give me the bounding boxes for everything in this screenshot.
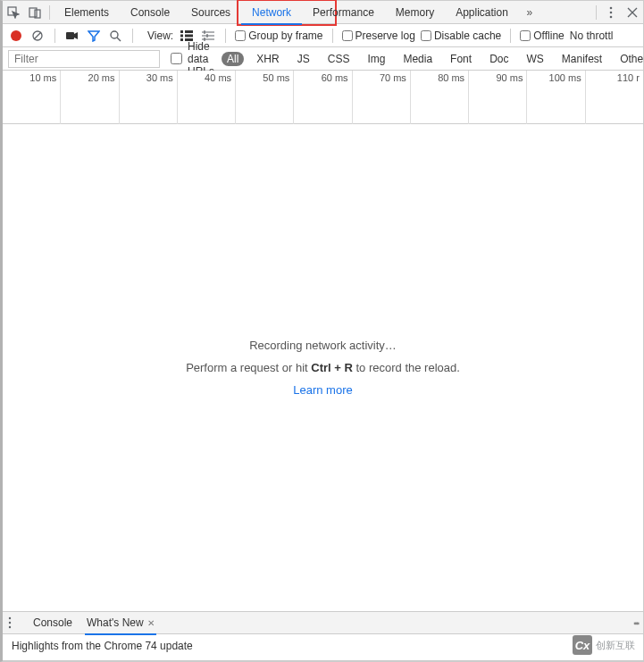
device-toggle-icon[interactable]	[24, 2, 46, 23]
reload-hint: Perform a request or hit Ctrl + R to rec…	[186, 361, 460, 374]
divider	[132, 29, 133, 43]
svg-point-3	[610, 6, 613, 9]
timeline-tick: 70 ms	[353, 71, 411, 124]
timeline-tick: 60 ms	[294, 71, 352, 124]
group-by-frame-checkbox[interactable]: Group by frame	[235, 29, 322, 42]
network-timeline[interactable]: 10 ms 20 ms 30 ms 40 ms 50 ms 60 ms 70 m…	[3, 71, 643, 124]
offline-checkbox[interactable]: Offline	[520, 29, 564, 42]
tabs-overflow-icon[interactable]: »	[519, 2, 540, 23]
divider	[49, 5, 50, 20]
timeline-tick: 30 ms	[120, 71, 178, 124]
search-icon[interactable]	[107, 28, 123, 44]
filter-input[interactable]	[8, 50, 160, 68]
tab-memory[interactable]: Memory	[385, 1, 445, 24]
drawer-menu-icon[interactable]	[8, 616, 21, 629]
tab-application[interactable]: Application	[445, 1, 519, 24]
recording-status-text: Recording network activity…	[249, 339, 397, 352]
close-devtools-icon[interactable]	[622, 2, 643, 23]
throttling-dropdown[interactable]: No throttl	[570, 29, 614, 42]
timeline-tick: 40 ms	[178, 71, 236, 124]
tab-console[interactable]: Console	[120, 1, 180, 24]
svg-point-5	[610, 15, 613, 18]
filter-type-font[interactable]: Font	[445, 52, 477, 66]
filter-type-media[interactable]: Media	[397, 52, 438, 66]
drawer-content: Highlights from the Chrome 74 update	[3, 634, 643, 661]
tab-elements[interactable]: Elements	[54, 1, 120, 24]
network-toolbar: View: Group by frame Preserve log Disabl…	[3, 24, 643, 47]
disable-cache-checkbox[interactable]: Disable cache	[421, 29, 501, 42]
svg-point-4	[610, 11, 613, 13]
learn-more-link[interactable]: Learn more	[293, 383, 352, 397]
divider	[510, 29, 511, 43]
filter-type-doc[interactable]: Doc	[484, 52, 514, 66]
timeline-tick: 50 ms	[236, 71, 294, 124]
filter-type-ws[interactable]: WS	[521, 52, 548, 66]
inspect-element-icon[interactable]	[3, 2, 24, 23]
divider	[54, 29, 55, 43]
filter-type-all[interactable]: All	[222, 52, 244, 66]
drawer-tab-label: What's New	[87, 616, 144, 629]
svg-rect-11	[180, 34, 183, 37]
tab-network[interactable]: Network	[241, 1, 302, 24]
svg-point-15	[9, 617, 11, 619]
timeline-tick: 110 r	[586, 71, 643, 124]
filter-type-manifest[interactable]: Manifest	[556, 52, 607, 66]
filter-type-js[interactable]: JS	[292, 52, 315, 66]
timeline-tick: 20 ms	[61, 71, 119, 124]
timeline-tick: 80 ms	[411, 71, 469, 124]
timeline-tick: 100 ms	[527, 71, 585, 124]
hint-text: Perform a request or hit	[186, 361, 311, 374]
hint-shortcut: Ctrl + R	[311, 361, 353, 374]
filter-icon[interactable]	[86, 28, 102, 44]
filter-type-other[interactable]: Other	[615, 52, 644, 66]
drawer-tabbar: Console What's New ✕ ▪▪▪	[3, 611, 643, 634]
tab-sources[interactable]: Sources	[180, 1, 241, 24]
svg-rect-10	[185, 30, 193, 33]
filter-type-img[interactable]: Img	[362, 52, 390, 66]
drawer-collapse-icon[interactable]: ▪▪▪	[633, 618, 638, 628]
timeline-tick: 10 ms	[3, 71, 61, 124]
divider	[332, 29, 333, 43]
hint-text: to record the reload.	[353, 361, 460, 374]
empty-state: Recording network activity… Perform a re…	[3, 124, 643, 611]
drawer-tab-whatsnew[interactable]: What's New ✕	[85, 611, 156, 634]
svg-rect-7	[66, 32, 74, 39]
filter-type-xhr[interactable]: XHR	[251, 52, 284, 66]
divider	[225, 29, 226, 43]
clear-icon[interactable]	[29, 28, 46, 44]
svg-rect-12	[185, 34, 193, 37]
svg-point-16	[9, 622, 11, 624]
divider	[596, 5, 597, 20]
timeline-tick: 90 ms	[469, 71, 527, 124]
filter-type-css[interactable]: CSS	[322, 52, 355, 66]
record-button[interactable]	[8, 28, 24, 44]
devtools-tabbar: Elements Console Sources Network Perform…	[3, 1, 643, 24]
svg-point-17	[9, 626, 11, 628]
settings-menu-icon[interactable]	[600, 2, 622, 23]
tab-performance[interactable]: Performance	[302, 1, 385, 24]
svg-rect-9	[180, 30, 183, 33]
camera-icon[interactable]	[64, 28, 80, 44]
filter-bar: Hide data URLs All XHR JS CSS Img Media …	[3, 47, 643, 71]
svg-point-8	[111, 31, 118, 38]
drawer-tab-console[interactable]: Console	[31, 611, 74, 634]
close-icon[interactable]: ✕	[147, 618, 155, 628]
preserve-log-checkbox[interactable]: Preserve log	[342, 29, 415, 42]
